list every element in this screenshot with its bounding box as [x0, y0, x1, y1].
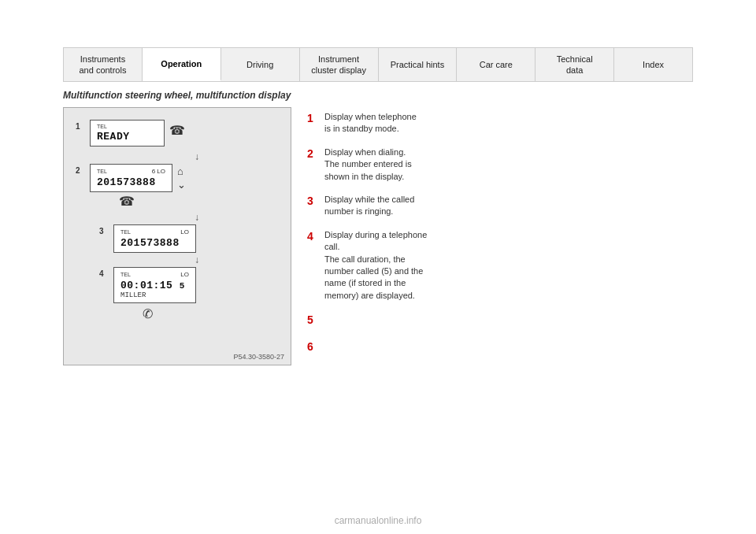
phone-icon-2: ☎: [119, 195, 135, 208]
num-text-1: Display when telephone is in standby mod…: [324, 111, 417, 135]
arrow-3-4: ↓: [115, 254, 279, 265]
diag-screen-3-main: 201573888: [120, 237, 189, 249]
diag-screen-1-main: READY: [97, 131, 158, 143]
tel-label-2: TEL: [97, 169, 107, 174]
diag-screen-4: TEL LO 00:01:15 5 MILLER: [113, 267, 196, 303]
nav-driving[interactable]: Driving: [221, 48, 300, 81]
navigation-bar: Instruments and controls Operation Drivi…: [63, 47, 693, 82]
step-num-2: 2: [76, 166, 85, 175]
nav-technical-data[interactable]: Technical data: [536, 48, 614, 81]
main-layout: 1 TEL READY ☎ ↓ 2 TEL 6 LO: [63, 107, 693, 365]
step-num-4: 4: [99, 269, 109, 278]
content-area: Multifunction steering wheel, multifunct…: [63, 82, 693, 373]
diag-row-3: 3 TEL LO 201573888: [99, 224, 302, 253]
diag-screen-4-callnum: 5: [180, 281, 185, 291]
diag-screen-2-header: TEL 6 LO: [97, 168, 165, 175]
diag-screen-1: TEL READY: [90, 120, 165, 146]
arrow-2-3: ↓: [115, 212, 279, 223]
num-item-2: 2 Display when dialing. The number enter…: [307, 146, 693, 183]
section-title: Multifunction steering wheel, multifunct…: [63, 90, 693, 101]
num-item-3: 3 Display while the called number is rin…: [307, 194, 693, 218]
nav-instrument-cluster[interactable]: Instrument cluster display: [300, 48, 379, 81]
num-label-2: 2: [307, 146, 318, 162]
num-item-1: 1 Display when telephone is in standby m…: [307, 111, 693, 135]
num-item-4: 4 Display during a telephone call. The c…: [307, 229, 693, 302]
num-text-2: Display when dialing. The number entered…: [324, 146, 412, 183]
num-text-4: Display during a telephone call. The cal…: [324, 229, 427, 302]
phone-icon-1: ☎: [169, 123, 185, 138]
diag-screen-4-header: TEL LO: [120, 271, 189, 278]
lo-label-4: LO: [180, 271, 189, 278]
diagram-box: 1 TEL READY ☎ ↓ 2 TEL 6 LO: [63, 107, 291, 365]
num-label-5: 5: [307, 313, 318, 328]
diag-screen-2: TEL 6 LO 201573888: [90, 164, 172, 192]
nav-operation[interactable]: Operation: [143, 48, 221, 81]
diag-screen-1-header: TEL: [97, 124, 158, 129]
lo-label-2: 6 LO: [152, 168, 165, 175]
diag-row-1: 1 TEL READY ☎: [76, 120, 279, 146]
watermark: carmanualonline.info: [335, 515, 422, 526]
lo-label-3: LO: [180, 228, 189, 235]
tel-label-4: TEL: [120, 272, 131, 277]
phone-end-icon: ✆: [143, 307, 153, 321]
nav-practical-hints[interactable]: Practical hints: [379, 48, 458, 81]
diag-row-4: 4 TEL LO 00:01:15 5 MILLER: [99, 267, 302, 303]
nav-car-care[interactable]: Car care: [457, 48, 536, 81]
diag-screen-4-name: MILLER: [120, 291, 189, 299]
num-text-3: Display while the called number is ringi…: [324, 194, 414, 218]
step-num-1: 1: [76, 122, 85, 131]
nav-index[interactable]: Index: [614, 48, 692, 81]
num-label-3: 3: [307, 194, 318, 210]
numbered-list: 1 Display when telephone is in standby m…: [307, 107, 693, 365]
diag-screen-2-main: 201573888: [97, 176, 165, 188]
arrow-up-icon: ⌂: [177, 165, 186, 177]
diag-screen-3: TEL LO 201573888: [113, 224, 196, 253]
num-item-5: 5: [307, 313, 693, 328]
arrow-1-2: ↓: [115, 151, 279, 162]
diag-screen-3-header: TEL LO: [120, 228, 189, 235]
step-num-3: 3: [99, 227, 109, 235]
diag-screen-4-time: 00:01:15 5: [120, 280, 189, 291]
diagram-caption: P54.30-3580-27: [233, 353, 284, 361]
diag-icons-2: ⌂ ⌄: [177, 165, 186, 191]
tel-label-1: TEL: [97, 124, 107, 129]
num-label-4: 4: [307, 229, 318, 245]
diag-row-2: 2 TEL 6 LO 201573888 ⌂ ⌄: [76, 164, 279, 192]
arrow-down-icon: ⌄: [177, 179, 186, 191]
num-item-6: 6: [307, 339, 693, 355]
tel-label-3: TEL: [120, 229, 131, 235]
nav-instruments[interactable]: Instruments and controls: [64, 48, 143, 81]
num-label-6: 6: [307, 339, 318, 355]
num-label-1: 1: [307, 111, 318, 127]
